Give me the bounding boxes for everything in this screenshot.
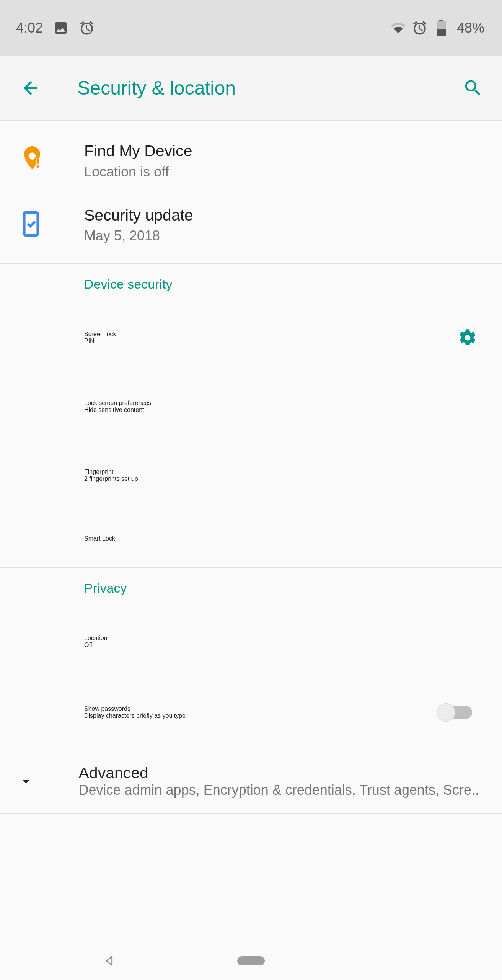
alarm-icon xyxy=(79,20,95,36)
security-update-sub: May 5, 2018 xyxy=(84,228,479,244)
app-bar: Security & location xyxy=(0,56,502,121)
security-update-item[interactable]: Security update May 5, 2018 xyxy=(0,195,502,264)
device-security-header: Device security xyxy=(0,264,502,303)
svg-rect-0 xyxy=(439,20,443,21)
svg-rect-4 xyxy=(37,159,39,164)
show-passwords-item[interactable]: Show passwords Display characters briefl… xyxy=(0,676,502,749)
show-passwords-sub: Display characters briefly as you type xyxy=(84,712,437,719)
show-passwords-toggle[interactable] xyxy=(437,701,474,724)
nav-home-pill[interactable] xyxy=(237,956,265,965)
advanced-item[interactable]: Advanced Device admin apps, Encryption &… xyxy=(0,749,502,814)
screen-lock-title: Screen lock xyxy=(84,331,428,338)
screen-lock-item[interactable]: Screen lock PIN xyxy=(0,303,502,372)
privacy-header: Privacy xyxy=(0,568,502,607)
lock-screen-prefs-sub: Hide sensitive content xyxy=(84,407,479,413)
location-sub: Off xyxy=(84,642,479,648)
status-bar: 4:02 48% xyxy=(0,0,502,56)
advanced-title: Advanced xyxy=(79,764,479,782)
lock-screen-prefs-title: Lock screen preferences xyxy=(84,400,479,407)
advanced-sub: Device admin apps, Encryption & credenti… xyxy=(79,782,479,798)
find-my-device-sub: Location is off xyxy=(84,164,479,180)
fingerprint-item[interactable]: Fingerprint 2 fingerprints set up xyxy=(0,441,502,510)
nav-back-button[interactable] xyxy=(101,952,119,970)
back-button[interactable] xyxy=(19,77,42,100)
smart-lock-item[interactable]: Smart Lock xyxy=(0,510,502,567)
location-pin-alert-icon xyxy=(21,146,43,175)
divider xyxy=(440,318,440,357)
alarm-status-icon xyxy=(412,20,428,36)
page-title: Security & location xyxy=(77,77,236,99)
svg-rect-5 xyxy=(37,165,39,168)
find-my-device-item[interactable]: Find My Device Location is off xyxy=(0,126,502,195)
smart-lock-title: Smart Lock xyxy=(84,535,479,542)
location-item[interactable]: Location Off xyxy=(0,607,502,676)
wifi-icon xyxy=(390,20,406,36)
fingerprint-title: Fingerprint xyxy=(84,469,479,475)
lock-screen-prefs-item[interactable]: Lock screen preferences Hide sensitive c… xyxy=(0,372,502,441)
show-passwords-title: Show passwords xyxy=(84,706,437,712)
find-my-device-title: Find My Device xyxy=(84,141,479,161)
screen-lock-settings-button[interactable] xyxy=(456,326,479,349)
security-update-title: Security update xyxy=(84,205,479,225)
phone-check-icon xyxy=(21,211,41,239)
image-icon xyxy=(53,20,69,36)
screen-lock-sub: PIN xyxy=(84,338,428,345)
battery-icon xyxy=(433,20,449,36)
svg-rect-2 xyxy=(437,29,446,36)
chevron-down-icon xyxy=(17,772,36,791)
status-time: 4:02 xyxy=(16,20,43,36)
fingerprint-sub: 2 fingerprints set up xyxy=(84,475,479,482)
location-title: Location xyxy=(84,635,479,642)
settings-list: Find My Device Location is off Security … xyxy=(0,121,502,814)
search-button[interactable] xyxy=(461,77,484,100)
battery-percent: 48% xyxy=(457,20,484,36)
navigation-bar xyxy=(0,942,502,980)
